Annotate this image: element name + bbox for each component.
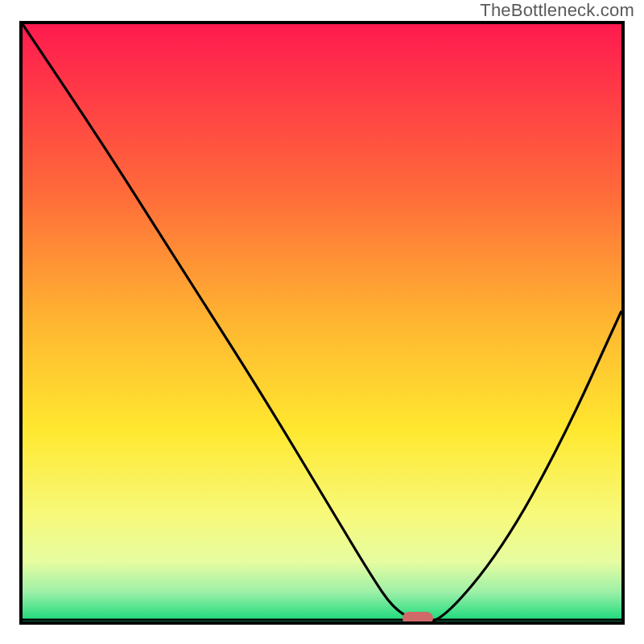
plot-area [19,21,625,625]
chart-container: TheBottleneck.com [0,0,644,644]
bottleneck-curve [23,24,621,621]
watermark-text: TheBottleneck.com [480,0,634,21]
optimal-marker [402,612,433,625]
